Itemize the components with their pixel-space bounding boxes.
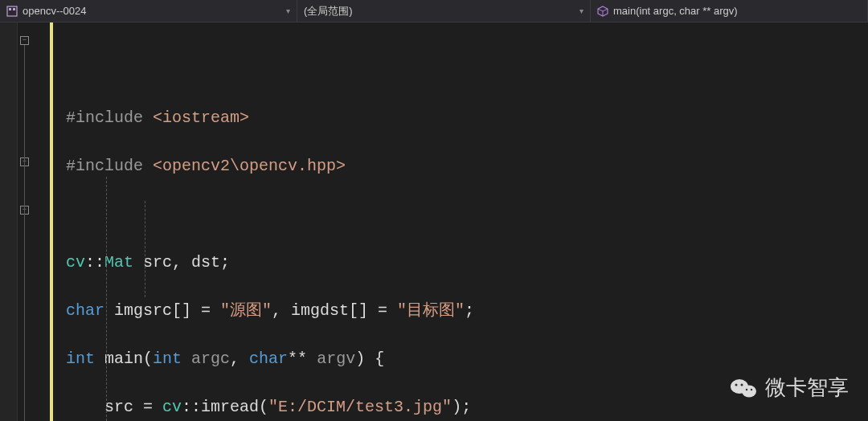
svg-point-5 <box>735 383 738 386</box>
code-area[interactable]: #include <iostream> #include <opencv2\op… <box>56 22 868 421</box>
project-dropdown[interactable]: opencv--0024 ▾ <box>0 0 297 22</box>
breakpoint-margin[interactable] <box>0 22 18 421</box>
watermark-text: 微卡智享 <box>765 374 849 402</box>
gutter[interactable]: − − − <box>18 22 56 421</box>
fold-line <box>24 45 25 421</box>
project-name: opencv--0024 <box>23 5 87 17</box>
svg-point-7 <box>746 388 747 390</box>
breadcrumb-bar: opencv--0024 ▾ (全局范围) ▾ main(int argc, c… <box>0 0 868 22</box>
svg-point-8 <box>751 388 752 390</box>
svg-rect-0 <box>7 6 17 16</box>
fold-toggle-icon[interactable]: − <box>20 36 29 45</box>
cube-icon <box>597 6 608 17</box>
chevron-down-icon: ▾ <box>573 6 583 15</box>
function-label: main(int argc, char ** argv) <box>613 5 738 17</box>
scope-label: (全局范围) <box>304 4 353 18</box>
project-icon <box>6 6 18 17</box>
code-editor[interactable]: − − − #include <iostream> #include <open… <box>0 22 868 421</box>
chevron-down-icon: ▾ <box>280 6 290 15</box>
svg-point-6 <box>741 383 743 386</box>
svg-point-4 <box>742 385 756 397</box>
scope-dropdown[interactable]: (全局范围) ▾ <box>297 0 591 22</box>
wechat-icon <box>730 377 757 399</box>
svg-rect-1 <box>9 8 11 10</box>
watermark: 微卡智享 <box>730 374 849 402</box>
svg-rect-2 <box>13 8 15 10</box>
function-dropdown[interactable]: main(int argc, char ** argv) <box>591 0 868 22</box>
change-indicator <box>50 22 53 421</box>
